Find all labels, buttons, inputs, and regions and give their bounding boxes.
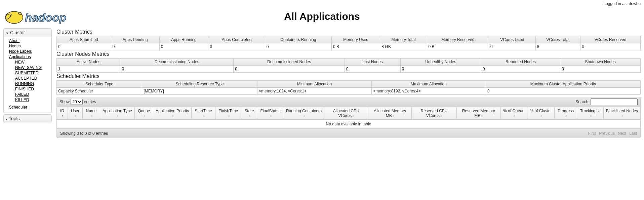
val-memory-reserved: 0 B bbox=[427, 43, 489, 50]
col-priority[interactable]: Application Priority◇ bbox=[153, 107, 192, 120]
pager-next[interactable]: Next bbox=[618, 131, 626, 136]
nav-nodes[interactable]: Nodes bbox=[9, 43, 51, 49]
col-alloc-cpu[interactable]: Allocated CPU VCores◇ bbox=[324, 107, 368, 120]
val-active-nodes[interactable]: 1 bbox=[58, 67, 61, 71]
sort-icon: ◇ bbox=[172, 115, 173, 117]
val-vcores-total: 8 bbox=[535, 43, 580, 50]
col-id[interactable]: ID▼ bbox=[57, 107, 68, 120]
val-lost-nodes[interactable]: 0 bbox=[346, 67, 349, 71]
col-start[interactable]: StartTime◇ bbox=[192, 107, 215, 120]
nav-node-labels[interactable]: Node Labels bbox=[9, 49, 51, 54]
val-min-alloc: <memory:1024, vCores:1> bbox=[257, 88, 371, 95]
val-apps-completed: 0 bbox=[208, 43, 265, 50]
col-queue[interactable]: Queue◇ bbox=[135, 107, 153, 120]
table-info: Showing 0 to 0 of 0 entries bbox=[60, 131, 108, 136]
val-vcores-reserved: 0 bbox=[580, 43, 641, 50]
nav-scheduler[interactable]: Scheduler bbox=[9, 105, 51, 110]
col-pct-cluster[interactable]: % of Cluster◇ bbox=[527, 107, 554, 120]
nav-applications[interactable]: Applications bbox=[9, 54, 51, 59]
nav-app-new-saving[interactable]: NEW_SAVING bbox=[15, 65, 51, 70]
col-finalstatus[interactable]: FinalStatus◇ bbox=[257, 107, 284, 120]
col-apps-completed: Apps Completed bbox=[208, 36, 265, 43]
sort-icon: ◇ bbox=[203, 115, 205, 117]
page-length-select[interactable]: 20 bbox=[71, 99, 83, 105]
scheduler-metrics-title: Scheduler Metrics bbox=[56, 73, 641, 79]
cluster-metrics-table: Apps Submitted Apps Pending Apps Running… bbox=[56, 36, 641, 50]
pager: First Previous Next Last bbox=[586, 131, 637, 136]
col-apptype[interactable]: Application Type◇ bbox=[100, 107, 135, 120]
length-control: Show 20 entries bbox=[59, 99, 96, 105]
col-memory-reserved: Memory Reserved bbox=[427, 36, 489, 43]
sort-icon: ◇ bbox=[440, 115, 442, 117]
col-containers-running: Containers Running bbox=[265, 36, 331, 43]
pager-last[interactable]: Last bbox=[629, 131, 637, 136]
col-tracking[interactable]: Tracking UI◇ bbox=[577, 107, 603, 120]
col-res-cpu[interactable]: Reserved CPU VCores◇ bbox=[411, 107, 456, 120]
nav-about[interactable]: About bbox=[9, 38, 51, 43]
nav-tools-header[interactable]: ▸Tools bbox=[4, 115, 51, 123]
pager-prev[interactable]: Previous bbox=[599, 131, 615, 136]
col-apps-running: Apps Running bbox=[159, 36, 208, 43]
nav-app-new[interactable]: NEW bbox=[15, 59, 51, 65]
col-active-nodes: Active Nodes bbox=[57, 58, 120, 66]
col-lost-nodes: Lost Nodes bbox=[345, 58, 400, 66]
col-unhealthy-nodes: Unhealthy Nodes bbox=[400, 58, 481, 66]
nav-app-submitted[interactable]: SUBMITTED bbox=[15, 70, 51, 76]
col-vcores-used: VCores Used bbox=[489, 36, 536, 43]
sort-icon: ◇ bbox=[117, 115, 118, 117]
svg-text:hadoop: hadoop bbox=[25, 11, 66, 24]
nav-app-killed[interactable]: KILLED bbox=[15, 97, 51, 103]
pager-first[interactable]: First bbox=[588, 131, 596, 136]
col-rebooted-nodes: Rebooted Nodes bbox=[481, 58, 560, 66]
val-apps-running: 0 bbox=[159, 43, 208, 50]
nav-app-failed[interactable]: FAILED bbox=[15, 92, 51, 97]
col-alloc-mem[interactable]: Allocated Memory MB◇ bbox=[368, 107, 412, 120]
col-memory-used: Memory Used bbox=[332, 36, 380, 43]
nav-app-accepted[interactable]: ACCEPTED bbox=[15, 76, 51, 81]
col-res-mem[interactable]: Reserved Memory MB◇ bbox=[457, 107, 501, 120]
col-resource-type: Scheduling Resource Type bbox=[142, 81, 257, 88]
sort-icon: ◇ bbox=[91, 115, 92, 117]
col-state[interactable]: State◇ bbox=[241, 107, 257, 120]
col-finish[interactable]: FinishTime◇ bbox=[215, 107, 241, 120]
val-apps-submitted: 0 bbox=[57, 43, 111, 50]
search-input[interactable] bbox=[591, 98, 638, 105]
sort-icon: ◇ bbox=[352, 115, 354, 117]
empty-message: No data available in table bbox=[57, 120, 641, 129]
scheduler-metrics-table: Scheduler Type Scheduling Resource Type … bbox=[56, 80, 641, 95]
col-pct-queue[interactable]: % of Queue◇ bbox=[500, 107, 527, 120]
sort-icon: ◇ bbox=[540, 115, 542, 117]
col-progress[interactable]: Progress◇ bbox=[555, 107, 577, 120]
login-status: Logged in as: dr.who bbox=[603, 1, 641, 6]
nav-app-finished[interactable]: FINISHED bbox=[15, 86, 51, 92]
val-decommissioned-nodes[interactable]: 0 bbox=[235, 67, 237, 71]
col-blacklisted[interactable]: Blacklisted Nodes◇ bbox=[603, 107, 640, 120]
sort-icon: ◇ bbox=[303, 115, 305, 117]
chevron-down-icon: ▼ bbox=[6, 32, 9, 35]
col-vcores-reserved: VCores Reserved bbox=[580, 36, 641, 43]
val-shutdown-nodes[interactable]: 0 bbox=[562, 67, 564, 71]
col-min-alloc: Minimum Allocation bbox=[257, 81, 371, 88]
sort-icon: ◇ bbox=[565, 115, 567, 117]
col-max-priority: Maximum Cluster Application Priority bbox=[486, 81, 640, 88]
val-decommissioning-nodes[interactable]: 0 bbox=[122, 67, 124, 71]
sort-icon: ◇ bbox=[144, 115, 145, 117]
nav-cluster-header[interactable]: ▼Cluster bbox=[4, 29, 51, 37]
col-vcores-total: VCores Total bbox=[535, 36, 580, 43]
col-user[interactable]: User◇ bbox=[68, 107, 83, 120]
sort-icon: ◇ bbox=[228, 115, 230, 117]
sidebar: ▼Cluster About Nodes Node Labels Applica… bbox=[3, 28, 52, 138]
col-name[interactable]: Name◇ bbox=[83, 107, 100, 120]
sort-icon: ◇ bbox=[513, 115, 515, 117]
val-unhealthy-nodes[interactable]: 0 bbox=[402, 67, 404, 71]
nav-app-running[interactable]: RUNNING bbox=[15, 81, 51, 86]
col-scheduler-type: Scheduler Type bbox=[57, 81, 142, 88]
sort-icon: ◇ bbox=[590, 115, 592, 117]
sort-icon: ◇ bbox=[270, 115, 272, 117]
col-max-alloc: Maximum Allocation bbox=[371, 81, 486, 88]
col-apps-pending: Apps Pending bbox=[111, 36, 159, 43]
val-rebooted-nodes[interactable]: 0 bbox=[483, 67, 485, 71]
col-running-containers[interactable]: Running Containers◇ bbox=[284, 107, 324, 120]
val-max-alloc: <memory:8192, vCores:4> bbox=[371, 88, 486, 95]
applications-table: ID▼ User◇ Name◇ Application Type◇ Queue◇… bbox=[56, 107, 641, 129]
